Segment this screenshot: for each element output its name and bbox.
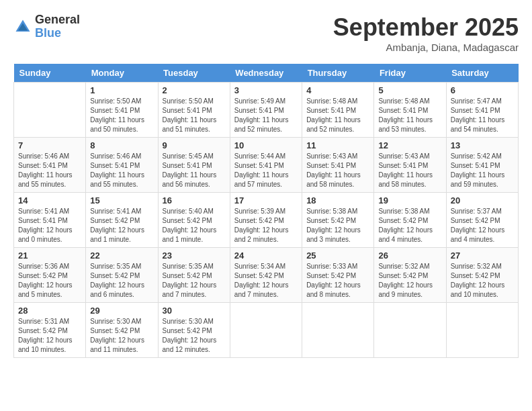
day-info: Sunrise: 5:37 AMSunset: 5:42 PMDaylight:… bbox=[451, 207, 514, 244]
day-number: 28 bbox=[18, 306, 81, 316]
day-number: 1 bbox=[90, 85, 153, 95]
logo-general: General bbox=[35, 13, 80, 27]
day-number: 21 bbox=[18, 250, 81, 261]
calendar-header-row: SundayMondayTuesdayWednesdayThursdayFrid… bbox=[14, 64, 519, 83]
day-number: 25 bbox=[306, 250, 369, 261]
table-row: 15Sunrise: 5:41 AMSunset: 5:42 PMDayligh… bbox=[86, 193, 158, 248]
table-row: 19Sunrise: 5:38 AMSunset: 5:42 PMDayligh… bbox=[374, 193, 446, 248]
table-row: 7Sunrise: 5:46 AMSunset: 5:41 PMDaylight… bbox=[14, 138, 86, 193]
table-row bbox=[374, 303, 446, 358]
calendar-header-monday: Monday bbox=[86, 64, 158, 83]
day-number: 12 bbox=[378, 140, 441, 150]
table-row: 24Sunrise: 5:34 AMSunset: 5:42 PMDayligh… bbox=[230, 248, 302, 303]
day-number: 7 bbox=[18, 140, 81, 150]
table-row bbox=[14, 83, 86, 138]
day-info: Sunrise: 5:38 AMSunset: 5:42 PMDaylight:… bbox=[378, 207, 441, 244]
table-row: 29Sunrise: 5:30 AMSunset: 5:42 PMDayligh… bbox=[86, 303, 158, 358]
day-number: 4 bbox=[306, 85, 369, 95]
page-header: General Blue September 2025 Ambanja, Dia… bbox=[13, 13, 519, 53]
day-number: 6 bbox=[451, 85, 514, 95]
day-info: Sunrise: 5:38 AMSunset: 5:42 PMDaylight:… bbox=[306, 207, 369, 244]
table-row: 30Sunrise: 5:30 AMSunset: 5:42 PMDayligh… bbox=[158, 303, 230, 358]
day-info: Sunrise: 5:41 AMSunset: 5:41 PMDaylight:… bbox=[18, 207, 81, 244]
table-row: 11Sunrise: 5:43 AMSunset: 5:41 PMDayligh… bbox=[302, 138, 374, 193]
day-info: Sunrise: 5:43 AMSunset: 5:41 PMDaylight:… bbox=[306, 152, 369, 189]
table-row bbox=[446, 303, 518, 358]
table-row: 17Sunrise: 5:39 AMSunset: 5:42 PMDayligh… bbox=[230, 193, 302, 248]
table-row: 22Sunrise: 5:35 AMSunset: 5:42 PMDayligh… bbox=[86, 248, 158, 303]
table-row: 8Sunrise: 5:46 AMSunset: 5:41 PMDaylight… bbox=[86, 138, 158, 193]
day-number: 17 bbox=[234, 195, 298, 205]
location-subtitle: Ambanja, Diana, Madagascar bbox=[333, 42, 519, 53]
day-number: 15 bbox=[90, 195, 153, 205]
day-number: 22 bbox=[90, 250, 153, 261]
day-info: Sunrise: 5:44 AMSunset: 5:41 PMDaylight:… bbox=[234, 152, 298, 189]
calendar-week-5: 28Sunrise: 5:31 AMSunset: 5:42 PMDayligh… bbox=[14, 303, 519, 358]
calendar-header-sunday: Sunday bbox=[14, 64, 86, 83]
day-info: Sunrise: 5:45 AMSunset: 5:41 PMDaylight:… bbox=[163, 152, 226, 189]
logo-icon bbox=[13, 17, 32, 36]
table-row: 28Sunrise: 5:31 AMSunset: 5:42 PMDayligh… bbox=[14, 303, 86, 358]
table-row: 18Sunrise: 5:38 AMSunset: 5:42 PMDayligh… bbox=[302, 193, 374, 248]
day-number: 3 bbox=[234, 85, 298, 95]
day-info: Sunrise: 5:30 AMSunset: 5:42 PMDaylight:… bbox=[163, 317, 226, 355]
day-number: 10 bbox=[234, 140, 298, 150]
day-info: Sunrise: 5:30 AMSunset: 5:42 PMDaylight:… bbox=[90, 317, 153, 355]
day-info: Sunrise: 5:50 AMSunset: 5:41 PMDaylight:… bbox=[90, 97, 153, 134]
calendar-header-wednesday: Wednesday bbox=[230, 64, 302, 83]
table-row: 21Sunrise: 5:36 AMSunset: 5:42 PMDayligh… bbox=[14, 248, 86, 303]
day-number: 23 bbox=[163, 250, 226, 261]
day-number: 26 bbox=[378, 250, 441, 261]
day-number: 13 bbox=[451, 140, 514, 150]
day-info: Sunrise: 5:34 AMSunset: 5:42 PMDaylight:… bbox=[234, 262, 298, 300]
table-row: 2Sunrise: 5:50 AMSunset: 5:41 PMDaylight… bbox=[158, 83, 230, 138]
day-info: Sunrise: 5:47 AMSunset: 5:41 PMDaylight:… bbox=[451, 97, 514, 134]
day-number: 30 bbox=[163, 306, 226, 316]
logo-text: General Blue bbox=[35, 13, 80, 40]
table-row: 12Sunrise: 5:43 AMSunset: 5:41 PMDayligh… bbox=[374, 138, 446, 193]
table-row bbox=[230, 303, 302, 358]
calendar-header-saturday: Saturday bbox=[446, 64, 518, 83]
table-row: 14Sunrise: 5:41 AMSunset: 5:41 PMDayligh… bbox=[14, 193, 86, 248]
logo: General Blue bbox=[13, 13, 80, 40]
calendar-week-1: 1Sunrise: 5:50 AMSunset: 5:41 PMDaylight… bbox=[14, 83, 519, 138]
calendar-header-thursday: Thursday bbox=[302, 64, 374, 83]
day-info: Sunrise: 5:49 AMSunset: 5:41 PMDaylight:… bbox=[234, 97, 298, 134]
day-number: 20 bbox=[451, 195, 514, 205]
day-number: 14 bbox=[18, 195, 81, 205]
calendar-week-4: 21Sunrise: 5:36 AMSunset: 5:42 PMDayligh… bbox=[14, 248, 519, 303]
day-info: Sunrise: 5:46 AMSunset: 5:41 PMDaylight:… bbox=[18, 152, 81, 189]
day-number: 2 bbox=[163, 85, 226, 95]
table-row: 10Sunrise: 5:44 AMSunset: 5:41 PMDayligh… bbox=[230, 138, 302, 193]
calendar-header-tuesday: Tuesday bbox=[158, 64, 230, 83]
day-info: Sunrise: 5:32 AMSunset: 5:42 PMDaylight:… bbox=[451, 262, 514, 300]
day-number: 24 bbox=[234, 250, 298, 261]
day-number: 11 bbox=[306, 140, 369, 150]
day-info: Sunrise: 5:41 AMSunset: 5:42 PMDaylight:… bbox=[90, 207, 153, 244]
day-info: Sunrise: 5:50 AMSunset: 5:41 PMDaylight:… bbox=[163, 97, 226, 134]
day-info: Sunrise: 5:33 AMSunset: 5:42 PMDaylight:… bbox=[306, 262, 369, 300]
table-row: 13Sunrise: 5:42 AMSunset: 5:41 PMDayligh… bbox=[446, 138, 518, 193]
day-info: Sunrise: 5:48 AMSunset: 5:41 PMDaylight:… bbox=[306, 97, 369, 134]
day-info: Sunrise: 5:40 AMSunset: 5:42 PMDaylight:… bbox=[163, 207, 226, 244]
day-number: 29 bbox=[90, 306, 153, 316]
table-row: 20Sunrise: 5:37 AMSunset: 5:42 PMDayligh… bbox=[446, 193, 518, 248]
day-info: Sunrise: 5:43 AMSunset: 5:41 PMDaylight:… bbox=[378, 152, 441, 189]
calendar-header-friday: Friday bbox=[374, 64, 446, 83]
day-info: Sunrise: 5:39 AMSunset: 5:42 PMDaylight:… bbox=[234, 207, 298, 244]
day-info: Sunrise: 5:32 AMSunset: 5:42 PMDaylight:… bbox=[378, 262, 441, 300]
day-number: 18 bbox=[306, 195, 369, 205]
logo-blue: Blue bbox=[35, 27, 80, 40]
table-row: 5Sunrise: 5:48 AMSunset: 5:41 PMDaylight… bbox=[374, 83, 446, 138]
table-row: 16Sunrise: 5:40 AMSunset: 5:42 PMDayligh… bbox=[158, 193, 230, 248]
table-row: 26Sunrise: 5:32 AMSunset: 5:42 PMDayligh… bbox=[374, 248, 446, 303]
title-area: September 2025 Ambanja, Diana, Madagasca… bbox=[333, 13, 519, 53]
month-title: September 2025 bbox=[333, 13, 519, 42]
table-row: 23Sunrise: 5:35 AMSunset: 5:42 PMDayligh… bbox=[158, 248, 230, 303]
table-row: 4Sunrise: 5:48 AMSunset: 5:41 PMDaylight… bbox=[302, 83, 374, 138]
day-number: 16 bbox=[163, 195, 226, 205]
table-row: 25Sunrise: 5:33 AMSunset: 5:42 PMDayligh… bbox=[302, 248, 374, 303]
day-number: 27 bbox=[451, 250, 514, 261]
day-info: Sunrise: 5:42 AMSunset: 5:41 PMDaylight:… bbox=[451, 152, 514, 189]
day-number: 5 bbox=[378, 85, 441, 95]
